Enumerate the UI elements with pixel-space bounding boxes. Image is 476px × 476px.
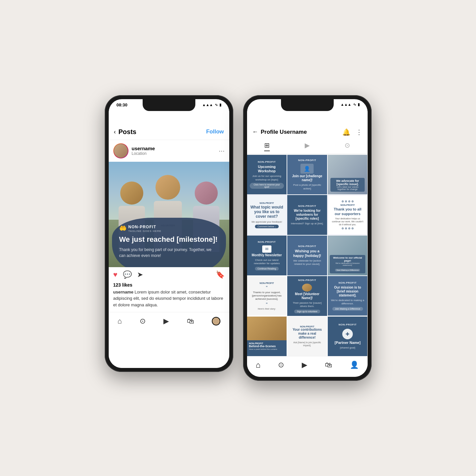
nav2-reels[interactable]: ▶ bbox=[302, 361, 307, 369]
phones-container: 08:30 ▲▲▲ ∿ ▮ ‹ Posts Follow bbox=[105, 95, 372, 381]
overlay-bubble: 🤲 NON-PROFIT TAGLINE GOES HERE We just r… bbox=[112, 218, 226, 267]
phone2-topbar: ← Profile Username 🔔 ⋮ bbox=[247, 111, 368, 140]
nav2-home[interactable]: ⌂ bbox=[256, 360, 261, 370]
volunteer-avatar bbox=[302, 284, 312, 292]
grid-item-13[interactable]: NON-PROFIT Behind-the-Scenes Have a peek… bbox=[247, 317, 287, 356]
grid-card-4: NON-PROFIT What topic would you like us … bbox=[247, 195, 287, 235]
avatar-ring bbox=[113, 143, 128, 158]
status-icons-1: ▲▲▲ ∿ ▮ bbox=[202, 103, 221, 107]
grid-card-6: ✿✿✿✿ NON-PROFIT Thank you to all our sup… bbox=[328, 195, 367, 235]
post-overlay: 🤲 NON-PROFIT TAGLINE GOES HERE We just r… bbox=[112, 218, 226, 267]
grid-item-1[interactable]: NON-PROFIT Upcoming Workshop Join us for… bbox=[247, 155, 287, 195]
signal-icon-2: ▲▲▲ bbox=[341, 102, 351, 106]
battery-icon-2: ▮ bbox=[358, 102, 360, 107]
topbar-right-2: 🔔 ⋮ bbox=[342, 128, 362, 136]
grid-item-5[interactable]: NON-PROFIT We're looking for volunteers … bbox=[287, 195, 327, 235]
caption-username: username bbox=[113, 290, 133, 294]
post-caption: username Lorem ipsum dolor sit amet, con… bbox=[109, 289, 229, 312]
more-menu-button[interactable]: ⋮ bbox=[356, 128, 362, 136]
topbar-left: ‹ Posts bbox=[114, 128, 136, 136]
grid-item-3[interactable]: We advocate for [specific issue]. Let's … bbox=[328, 155, 368, 195]
milestone-title: We just reached [milestone]! bbox=[119, 235, 219, 244]
grid-card-11: NON-PROFIT Meet [Volunteer Name]! Their … bbox=[287, 276, 327, 316]
nav-profile[interactable] bbox=[212, 317, 220, 325]
user-details: username Location bbox=[132, 146, 155, 156]
share-button[interactable]: ➤ bbox=[137, 270, 143, 279]
tab-tagged[interactable]: ⊙ bbox=[345, 140, 350, 151]
phone1-screen: 08:30 ▲▲▲ ∿ ▮ ‹ Posts Follow bbox=[109, 99, 229, 368]
grid-card-8: NON-PROFIT Wishing you a happy [holiday]… bbox=[287, 236, 327, 275]
user-info: username Location bbox=[113, 143, 155, 158]
grid-item-7[interactable]: NON-PROFIT ✉ Monthly Newsletter Check ou… bbox=[247, 236, 287, 275]
phone-2: ▲▲▲ ∿ ▮ ← Profile Username 🔔 ⋮ bbox=[243, 95, 372, 381]
phone2-content: ← Profile Username 🔔 ⋮ ⊞ ▶ ⊙ bbox=[247, 111, 368, 377]
grid-item-9[interactable]: Welcome to our official page! We're dedi… bbox=[328, 236, 368, 275]
avatar-image bbox=[114, 144, 128, 158]
grid-item-2[interactable]: NON-PROFIT 👤 Join our [challenge name]! … bbox=[287, 155, 327, 195]
nav2-shop[interactable]: 🛍 bbox=[325, 361, 332, 369]
grid-card-14: NON-PROFIT Your contributions make a rea… bbox=[287, 317, 327, 356]
status-icons-2: ▲▲▲ ∿ ▮ bbox=[341, 102, 360, 107]
page-title: Posts bbox=[119, 128, 136, 136]
notifications-button[interactable]: 🔔 bbox=[342, 128, 350, 136]
tab-grid[interactable]: ⊞ bbox=[264, 140, 270, 151]
back-button-2[interactable]: ← bbox=[252, 128, 258, 135]
newsletter-icon: ✉ bbox=[265, 247, 268, 251]
comment-button[interactable]: 💬 bbox=[123, 270, 132, 279]
brand-tagline: TAGLINE GOES HERE bbox=[128, 230, 161, 233]
actions-left: ♥ 💬 ➤ bbox=[113, 270, 143, 279]
grid-item-4[interactable]: NON-PROFIT What topic would you like us … bbox=[247, 195, 287, 235]
location-label: Location bbox=[132, 151, 155, 156]
wifi-icon: ∿ bbox=[215, 103, 218, 107]
phone1-topbar: ‹ Posts Follow bbox=[109, 111, 229, 140]
user-row: username Location ⋯ bbox=[109, 140, 229, 162]
grid-item-10[interactable]: NON-PROFIT " Thanks to your support, [pe… bbox=[247, 276, 287, 316]
phone-1: 08:30 ▲▲▲ ∿ ▮ ‹ Posts Follow bbox=[105, 95, 233, 372]
nav-search[interactable]: ⊙ bbox=[140, 317, 146, 325]
nav2-profile[interactable]: 👤 bbox=[350, 361, 359, 369]
brand-name: NON-PROFIT bbox=[128, 225, 156, 229]
grid-item-15[interactable]: NON-PROFIT ✚ [Partner Name] [shared goal… bbox=[328, 317, 368, 356]
profile-grid: NON-PROFIT Upcoming Workshop Join us for… bbox=[247, 155, 368, 356]
brand-logo: 🤲 NON-PROFIT TAGLINE GOES HERE bbox=[119, 224, 219, 233]
grid-card-5: NON-PROFIT We're looking for volunteers … bbox=[287, 195, 327, 235]
time-display: 08:30 bbox=[117, 102, 127, 107]
follow-button[interactable]: Follow bbox=[206, 128, 224, 135]
nav2-search[interactable]: ⊙ bbox=[278, 361, 284, 369]
back-button[interactable]: ‹ bbox=[114, 128, 116, 135]
notch-1 bbox=[143, 99, 195, 111]
grid-item-11[interactable]: NON-PROFIT Meet [Volunteer Name]! Their … bbox=[287, 276, 327, 316]
tab-reels[interactable]: ▶ bbox=[305, 140, 310, 151]
grid-card-9: Welcome to our official page! We're dedi… bbox=[328, 236, 368, 275]
advocate-card: We advocate for [specific issue]. Let's … bbox=[330, 178, 365, 192]
avatar[interactable] bbox=[114, 144, 128, 158]
nav-home[interactable]: ⌂ bbox=[117, 317, 122, 325]
logo-icon: 🤲 bbox=[119, 225, 126, 232]
grid-card-7: NON-PROFIT ✉ Monthly Newsletter Check ou… bbox=[247, 236, 287, 275]
bottom-nav-2: ⌂ ⊙ ▶ 🛍 👤 bbox=[247, 356, 368, 377]
post-actions: ♥ 💬 ➤ 🔖 bbox=[109, 267, 229, 282]
grid-item-12[interactable]: NON-PROFIT Our mission is to [brief miss… bbox=[328, 276, 368, 316]
wifi-icon-2: ∿ bbox=[353, 102, 356, 107]
likes-count: 123 likes bbox=[109, 282, 229, 289]
grid-item-14[interactable]: NON-PROFIT Your contributions make a rea… bbox=[287, 317, 327, 356]
grid-card-2: NON-PROFIT 👤 Join our [challenge name]! … bbox=[287, 155, 327, 195]
username-label: username bbox=[132, 146, 155, 151]
logo-text-block: NON-PROFIT TAGLINE GOES HERE bbox=[128, 224, 161, 233]
partner-logo: ✚ bbox=[342, 329, 353, 339]
grid-item-8[interactable]: NON-PROFIT Wishing you a happy [holiday]… bbox=[287, 236, 327, 275]
grid-card-1: NON-PROFIT Upcoming Workshop Join us for… bbox=[247, 155, 287, 195]
post-image: VOLUNTEER VOLUNTEER bbox=[109, 162, 229, 267]
grid-item-6[interactable]: ✿✿✿✿ NON-PROFIT Thank you to all our sup… bbox=[328, 195, 368, 235]
topbar-left-2: ← Profile Username bbox=[252, 128, 307, 135]
like-button[interactable]: ♥ bbox=[113, 270, 118, 279]
nav-shop[interactable]: 🛍 bbox=[187, 317, 194, 325]
nav-reels[interactable]: ▶ bbox=[163, 317, 169, 325]
volunteer-badge: 👤 bbox=[304, 166, 310, 172]
battery-icon: ▮ bbox=[219, 103, 221, 107]
grid-card-10: NON-PROFIT " Thanks to your support, [pe… bbox=[247, 276, 287, 316]
more-options-button[interactable]: ⋯ bbox=[219, 147, 225, 154]
profile-title: Profile Username bbox=[261, 129, 307, 135]
bookmark-button[interactable]: 🔖 bbox=[216, 270, 225, 279]
notch-2 bbox=[281, 99, 334, 111]
